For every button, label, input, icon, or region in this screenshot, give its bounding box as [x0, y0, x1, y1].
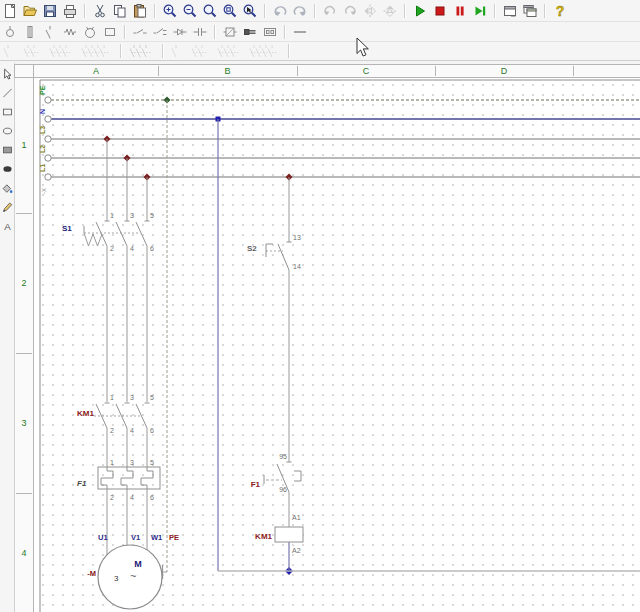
switch-2p-button[interactable] — [188, 42, 214, 60]
pencil-icon — [1, 199, 14, 215]
row-tick — [16, 493, 32, 494]
disconnector-3p-button[interactable] — [126, 42, 158, 60]
ellipse-tool-icon — [1, 123, 14, 139]
breaker-1p-button[interactable] — [0, 42, 20, 60]
resistor-button[interactable] — [60, 23, 80, 41]
new-icon — [2, 3, 18, 19]
line-tool-button[interactable] — [1, 83, 14, 102]
wire-icon — [292, 24, 308, 40]
new-button[interactable] — [0, 2, 20, 20]
rectangle-tool-button[interactable] — [1, 102, 14, 121]
new-window-icon — [502, 3, 518, 19]
toolbar-separator — [494, 4, 496, 18]
schematic-canvas[interactable] — [34, 78, 640, 612]
fuse-button[interactable] — [20, 23, 40, 41]
fuse-icon — [22, 24, 38, 40]
paste-button[interactable] — [130, 2, 150, 20]
relay-button[interactable] — [220, 23, 240, 41]
redo-button[interactable] — [290, 2, 310, 20]
help-icon: ? — [552, 3, 568, 19]
undo-button[interactable] — [270, 2, 290, 20]
zoom-window-icon — [202, 3, 218, 19]
rotate-right-button[interactable] — [340, 2, 360, 20]
toolbar-separator — [288, 44, 290, 58]
filled-rectangle-tool-button[interactable] — [1, 140, 14, 159]
zoom-page-icon — [222, 3, 238, 19]
motor-symbol-icon — [82, 24, 98, 40]
terminal-icon — [2, 24, 18, 40]
save-icon — [42, 3, 58, 19]
svg-text:A: A — [4, 220, 11, 231]
flip-horizontal-button[interactable] — [360, 2, 380, 20]
connector-button[interactable] — [240, 23, 260, 41]
column-header: ABCDE — [34, 64, 640, 78]
row-label: 4 — [15, 548, 33, 558]
print-icon — [62, 3, 78, 19]
breaker-3p-icon — [48, 43, 76, 59]
cut-button[interactable] — [90, 2, 110, 20]
flip-vertical-icon — [382, 3, 398, 19]
switch-button[interactable] — [40, 23, 60, 41]
zoom-page-button[interactable] — [220, 2, 240, 20]
run-button[interactable] — [410, 2, 430, 20]
new-window-button[interactable] — [500, 2, 520, 20]
motor-symbol-button[interactable] — [80, 23, 100, 41]
ellipse-tool-button[interactable] — [1, 121, 14, 140]
step-button[interactable] — [470, 2, 490, 20]
diode-button[interactable] — [170, 23, 190, 41]
breaker-2p-button[interactable] — [20, 42, 46, 60]
wire-button[interactable] — [290, 23, 310, 41]
column-label: D — [435, 65, 573, 77]
filled-ellipse-tool-button[interactable] — [1, 159, 14, 178]
box-button[interactable] — [100, 23, 120, 41]
toolbar-separator — [214, 25, 216, 39]
open-button[interactable] — [20, 2, 40, 20]
switch-3p-icon — [216, 43, 244, 59]
zoom-pointer-button[interactable] — [240, 2, 260, 20]
pause-button[interactable] — [450, 2, 470, 20]
toolbar-separator — [124, 25, 126, 39]
print-button[interactable] — [60, 2, 80, 20]
diode-icon — [172, 24, 188, 40]
io-module-button[interactable] — [260, 23, 280, 41]
line-tool-icon — [1, 85, 14, 101]
select-button[interactable] — [1, 64, 14, 83]
zoom-out-button[interactable] — [180, 2, 200, 20]
contact-changeover-button[interactable] — [150, 23, 170, 41]
copy-button[interactable] — [110, 2, 130, 20]
help-button[interactable]: ? — [550, 2, 570, 20]
toolbar-separator — [84, 4, 86, 18]
breaker-4p-button[interactable] — [78, 42, 116, 60]
switch-4p-button[interactable] — [246, 42, 284, 60]
breaker-3p-button[interactable] — [46, 42, 78, 60]
zoom-window-button[interactable] — [200, 2, 220, 20]
column-tick — [158, 66, 159, 76]
flip-vertical-button[interactable] — [380, 2, 400, 20]
toolbar-separator — [162, 44, 164, 58]
select-icon — [1, 66, 14, 82]
rotate-left-button[interactable] — [320, 2, 340, 20]
drawing-toolbar: A — [0, 62, 15, 612]
cut-icon — [92, 3, 108, 19]
contact-no-button[interactable] — [130, 23, 150, 41]
zoom-in-button[interactable] — [160, 2, 180, 20]
fill-color-button[interactable] — [1, 178, 14, 197]
terminal-button[interactable] — [0, 23, 20, 41]
toolbar-separator — [284, 25, 286, 39]
fill-color-icon — [1, 180, 14, 196]
switch-1p-button[interactable] — [168, 42, 188, 60]
copy-icon — [112, 3, 128, 19]
cascade-windows-button[interactable] — [520, 2, 540, 20]
text-tool-button[interactable]: A — [1, 216, 14, 235]
redo-icon — [292, 3, 308, 19]
capacitor-button[interactable] — [190, 23, 210, 41]
column-label: C — [297, 65, 435, 77]
stop-button[interactable] — [430, 2, 450, 20]
pencil-button[interactable] — [1, 197, 14, 216]
stop-icon — [432, 3, 448, 19]
save-button[interactable] — [40, 2, 60, 20]
toolbar-separator — [314, 4, 316, 18]
switch-3p-button[interactable] — [214, 42, 246, 60]
toolbar-separator — [154, 4, 156, 18]
main-toolbar: ? — [0, 0, 640, 22]
